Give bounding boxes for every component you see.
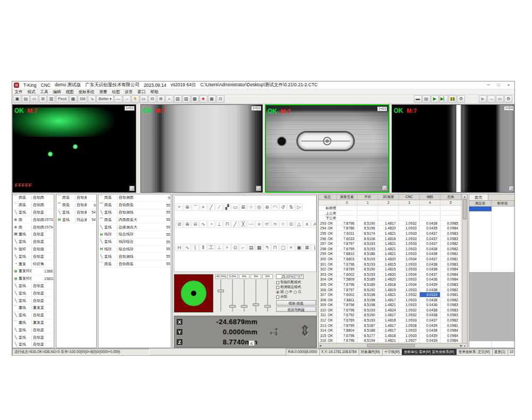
table-row[interactable]: 293 OK 7.8796 8.5190 1.4817 1.0932 0.043… [319,221,463,226]
menu-item[interactable]: 坐标系统 [76,89,97,95]
table-row[interactable]: 307 OK 7.6002 8.5198 1.4821 1.0932 0.011… [319,292,463,298]
toolbar-button-icon[interactable]: ⊡ [217,95,225,103]
table-row[interactable]: 298 OK 7.6799 8.5193 1.4821 1.0933 0.043… [319,246,463,252]
toolbar-button-icon[interactable]: ▣ [13,95,21,103]
tool-button-icon[interactable]: ⊙ [287,220,295,228]
tool-button-icon[interactable]: ≡ [255,220,263,228]
radio-icon[interactable] [276,291,279,294]
slider-handle[interactable] [229,305,236,308]
summary-column-header[interactable]: 标准值 [492,201,514,206]
title-bar[interactable]: α T-King CNC demo 测试版 广东天识创显技术有限公司 2023.… [12,81,514,89]
tool-button-icon[interactable]: ∿ [200,220,207,228]
list-item[interactable]: ⌒ 重线 重复直线 [13,304,54,312]
table-row[interactable]: 300 OK 7.6803 8.5193 1.4820 1.0934 0.043… [319,257,463,262]
checkbox-icon[interactable] [276,295,279,299]
tool-button-icon[interactable]: ∧ [303,220,311,228]
toolbar-button-icon[interactable]: ⌕ [165,95,173,103]
tool-button-icon[interactable]: ⌊ [192,244,199,251]
list-item[interactable]: ▤ 重线 自动直线 [13,231,54,238]
toolbar-button-icon[interactable]: ▮▮ [448,95,456,103]
tool-button-icon[interactable]: ⊘ [176,220,183,228]
list-item[interactable]: ⌒ 圆弧 自动测圆 9 [98,194,171,202]
menu-item[interactable]: 工具 [38,89,51,95]
tool-button-icon[interactable]: ◎ [255,203,263,211]
table-row[interactable]: 312 OK 7.6769 8.5193 1.4818 1.0933 0.043… [319,318,463,323]
tool-button-icon[interactable]: ○ [279,220,287,228]
tool-button-icon[interactable]: ⇅ [287,203,295,211]
template-arc-button[interactable]: 模板-圆弧 [276,300,316,306]
toolbar-button-icon[interactable]: ▧ [174,95,182,103]
toolbar-button-icon[interactable]: — [114,95,122,103]
tool-button-icon[interactable]: ╱ [207,203,215,211]
tool-button-icon[interactable]: ↺ [279,203,287,211]
tool-button-icon[interactable]: ╳ [239,220,247,228]
checkbox-row[interactable]: 检测锁定模式 [276,285,316,290]
column-header[interactable]: 总异 [440,194,461,200]
menu-item[interactable]: 绘图 [110,89,122,95]
tool-button-icon[interactable]: ⌐ [239,244,247,251]
menu-item[interactable]: 编辑 [51,89,63,95]
scroll-right-icon[interactable]: ▶ [460,344,462,347]
tool-button-icon[interactable]: ⌊ [311,244,317,251]
list-item[interactable]: ╲ 直线 自动直线 [13,312,54,319]
slider-handle[interactable] [264,305,271,308]
toolbar-button-icon[interactable]: ⊞ [157,95,165,103]
table-special-row[interactable]: 下公差 [319,216,463,221]
tool-button-icon[interactable]: A [311,220,317,228]
table-special-row[interactable]: 标称值 [319,205,463,211]
match-slider[interactable]: 0.0% [227,274,238,312]
tool-button-icon[interactable]: ▷ [295,203,303,211]
list-item[interactable]: ⌒ 圆弧 内圆圆弧大 55 [98,216,171,224]
threshold-input[interactable]: 25.00% [276,274,294,279]
resize-grip-icon[interactable] [256,186,261,191]
spinner-down-icon[interactable]: ▾ [300,274,304,279]
toolbar-button-icon[interactable]: ↘ [88,95,96,103]
toolbar-button-icon[interactable]: ⚙ [504,95,512,103]
toolbar-button-icon[interactable]: ▭ [30,95,38,103]
match-slider[interactable]: 0% [239,274,250,312]
tab-elements[interactable]: 图元 [469,194,488,200]
camera-view-1[interactable]: OK M:7 1=D1 FFFFF [12,104,136,193]
resize-grip-icon[interactable] [382,185,387,191]
toolbar-button-icon[interactable]: ▦ [69,95,77,103]
slider-handle[interactable] [253,303,259,306]
table-row[interactable]: 304 OK 7.5809 8.5189 1.4820 1.0933 0.043… [319,277,463,282]
toolbar-button-icon[interactable]: ▦ [208,95,216,103]
table-row[interactable]: 310 OK 7.6796 8.5193 1.4824 1.0932 0.043… [319,308,463,313]
list-item[interactable]: ⌒ 圆弧 自动圆弧 [13,194,54,202]
table-row[interactable]: 295 OK 7.6011 8.5174 1.4821 1.0933 0.043… [319,231,463,236]
scroll-down-icon[interactable]: ▼ [462,343,467,348]
tool-button-icon[interactable]: ▢ [279,244,287,251]
horizontal-scrollbar[interactable]: ◀ ▶ [319,343,463,348]
table-row[interactable]: 306 OK 7.8797 8.5192 1.4819 1.0933 0.043… [319,287,463,293]
spinner-up-icon[interactable]: ▴ [295,274,299,279]
list-item[interactable]: ⊕ 圆 自动圆 15794 [13,224,54,231]
layer-build-button[interactable]: 底层与构建 [276,307,316,312]
tool-button-icon[interactable]: ╱ [231,220,239,228]
list-item[interactable]: ⌒ 重线 重复直线 [13,319,54,327]
tool-button-icon[interactable]: ⌒ [192,203,199,211]
tool-button-icon[interactable]: ⊥ [215,244,223,251]
slider-handle[interactable] [218,290,224,292]
resize-grip-icon[interactable] [129,186,135,191]
tool-button-icon[interactable]: ⊕ [184,220,191,228]
list-item[interactable]: ╲ 直线 自动直线 [13,334,54,341]
tool-button-icon[interactable]: ▦ [255,244,263,251]
menu-item[interactable]: 文件 [12,89,25,95]
list-item[interactable]: ╲ 直线 自动测线 55 [98,209,171,217]
table-row[interactable]: 296 OK 7.6033 8.5106 1.4816 1.0933 0.043… [319,236,463,242]
table-row[interactable]: 311 OK 7.6792 8.5190 1.4817 1.0932 0.043… [319,312,463,318]
slider-handle[interactable] [241,305,247,308]
checkbox-icon[interactable] [276,281,279,284]
table-row[interactable]: 315 OK 7.6796 8.5177 1.4818 1.0933 0.043… [319,333,463,339]
list-item[interactable]: ╲ 直线 自动直线 [13,297,54,304]
table-row[interactable]: 302 OK 7.8769 8.5190 1.4815 1.0933 0.043… [319,267,463,272]
list-item[interactable]: Θ 重复特征 13881 [13,268,54,275]
column-header[interactable]: 半径 [358,194,378,200]
list-item[interactable]: ⌒ 圆弧 自动圆弧 55 [98,202,171,209]
list-item[interactable]: ⌒ 圆弧 自动圆弧 55 [98,260,171,268]
table-row[interactable]: 308 OK 7.8811 8.5198 1.4817 1.0933 0.043… [319,298,463,303]
toolbar-button-icon[interactable]: → [123,95,131,103]
toolbar-button-icon[interactable]: ↔ [487,95,495,103]
list-item[interactable]: ╲ 直线 自动直线 [13,326,54,334]
